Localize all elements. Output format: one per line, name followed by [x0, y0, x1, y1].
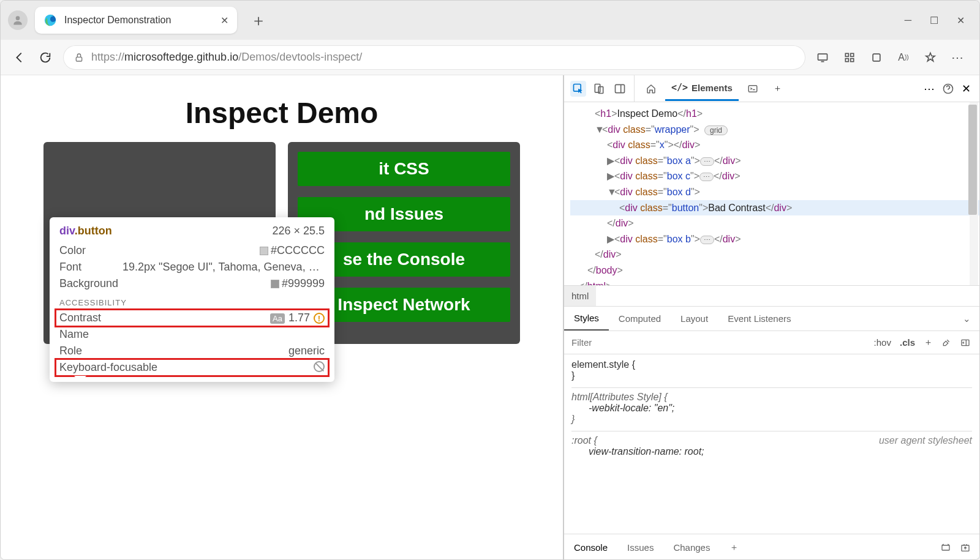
console-tab-icon[interactable] [741, 77, 764, 100]
page-viewport: Inspect Demo Bad Contrast it CSS nd Issu… [1, 75, 563, 560]
toolbar-icons: A)) ⋯ [815, 50, 968, 65]
panel-icon[interactable] [960, 338, 971, 348]
green-button[interactable]: it CSS [298, 152, 510, 186]
inspect-element-icon[interactable] [570, 81, 586, 97]
desktop-icon[interactable] [815, 50, 830, 65]
styles-pane[interactable]: element.style {} html[Attributes Style] … [564, 354, 979, 534]
svg-rect-6 [845, 58, 848, 61]
elements-tab[interactable]: </>Elements [665, 76, 739, 101]
close-devtools-icon[interactable]: ✕ [962, 82, 971, 95]
maximize-icon[interactable]: ☐ [930, 15, 938, 26]
styles-tab[interactable]: Styles [564, 307, 609, 330]
page-heading: Inspect Demo [7, 96, 557, 130]
help-icon[interactable] [942, 83, 954, 95]
refresh-button[interactable] [37, 50, 53, 65]
new-style-icon[interactable]: ＋ [924, 337, 933, 348]
a11y-heading: ACCESSIBILITY [59, 298, 325, 307]
styles-filter-row: :hov .cls ＋ [564, 331, 979, 354]
close-tab-icon[interactable]: ✕ [221, 15, 228, 26]
drawer-icon-2[interactable] [960, 543, 971, 553]
svg-rect-12 [616, 84, 625, 92]
extensions-icon[interactable] [842, 50, 857, 65]
svg-rect-18 [942, 545, 949, 550]
drawer-changes-tab[interactable]: Changes [663, 536, 720, 559]
chevron-down-icon[interactable]: ⌄ [954, 313, 979, 324]
svg-rect-5 [851, 53, 854, 56]
lock-icon [74, 52, 84, 63]
svg-point-0 [16, 16, 20, 20]
inspect-tooltip: div.button 226 × 25.5 Color#CCCCCC Font1… [50, 217, 334, 382]
breadcrumbs[interactable]: html [564, 286, 979, 307]
dom-tree[interactable]: <h1>Inspect Demo</h1> ▼<div class="wrapp… [564, 102, 979, 286]
drawer-icon-1[interactable] [940, 543, 951, 553]
tooltip-selector: div.button [59, 225, 112, 237]
svg-rect-14 [748, 85, 757, 92]
url-text: https://microsoftedge.github.io/Demos/de… [91, 51, 362, 64]
drawer-issues-tab[interactable]: Issues [617, 536, 663, 559]
welcome-tab[interactable] [639, 77, 663, 100]
drawer-console-tab[interactable]: Console [564, 536, 617, 559]
browser-tab[interactable]: Inspector Demonstration ✕ [35, 7, 237, 34]
svg-rect-4 [845, 53, 848, 56]
devtools-toolbar: </>Elements ＋ ⋯ ✕ [564, 75, 979, 102]
computed-tab[interactable]: Computed [609, 307, 671, 330]
svg-rect-10 [595, 84, 600, 92]
selected-dom-node[interactable]: <div class="button">Bad Contrast</div> [570, 200, 979, 216]
collections-icon[interactable] [869, 50, 884, 65]
tab-title: Inspector Demonstration [64, 15, 213, 26]
warning-icon: ! [314, 313, 325, 324]
more-icon[interactable]: ⋯ [950, 50, 965, 65]
svg-rect-3 [818, 54, 827, 60]
cls-toggle[interactable]: .cls [900, 337, 915, 348]
layout-tab[interactable]: Layout [671, 307, 718, 330]
browser-tab-strip: Inspector Demonstration ✕ ＋ ─ ☐ ✕ [1, 1, 979, 40]
minimize-icon[interactable]: ─ [905, 15, 911, 26]
window-controls: ─ ☐ ✕ [905, 15, 972, 26]
brush-icon[interactable] [941, 338, 951, 348]
new-tab-button[interactable]: ＋ [244, 10, 273, 31]
profile-avatar[interactable] [8, 10, 28, 30]
drawer-add-tab[interactable]: ＋ [720, 536, 748, 559]
svg-rect-8 [873, 54, 880, 61]
back-button[interactable] [12, 50, 28, 65]
address-bar[interactable]: https://microsoftedge.github.io/Demos/de… [63, 45, 805, 70]
close-window-icon[interactable]: ✕ [957, 15, 965, 26]
edge-icon [43, 13, 57, 27]
devtools-panel: </>Elements ＋ ⋯ ✕ <h1>Inspect Demo</h1> … [563, 75, 979, 560]
tooltip-dimensions: 226 × 25.5 [272, 225, 325, 237]
event-listeners-tab[interactable]: Event Listeners [718, 307, 801, 330]
more-tools-icon[interactable]: ⋯ [924, 82, 935, 95]
favorite-icon[interactable] [923, 50, 938, 65]
scrollbar[interactable] [970, 102, 978, 285]
read-aloud-icon[interactable]: A)) [896, 50, 911, 65]
device-toggle-icon[interactable] [591, 81, 607, 97]
styles-filter-input[interactable] [564, 331, 865, 354]
not-allowed-icon [314, 361, 325, 372]
svg-rect-7 [851, 58, 854, 61]
svg-rect-2 [76, 57, 81, 61]
contrast-row: Contrast Aa1.77! [56, 310, 328, 326]
toolbar: https://microsoftedge.github.io/Demos/de… [1, 40, 979, 75]
more-tabs-icon[interactable]: ＋ [767, 77, 788, 100]
hov-toggle[interactable]: :hov [874, 337, 891, 348]
dock-icon[interactable] [612, 81, 628, 97]
styles-tabs: Styles Computed Layout Event Listeners ⌄ [564, 307, 979, 331]
person-icon [12, 14, 24, 26]
keyboard-focusable-row: Keyboard-focusable [56, 359, 328, 376]
drawer: Console Issues Changes ＋ [564, 534, 979, 560]
